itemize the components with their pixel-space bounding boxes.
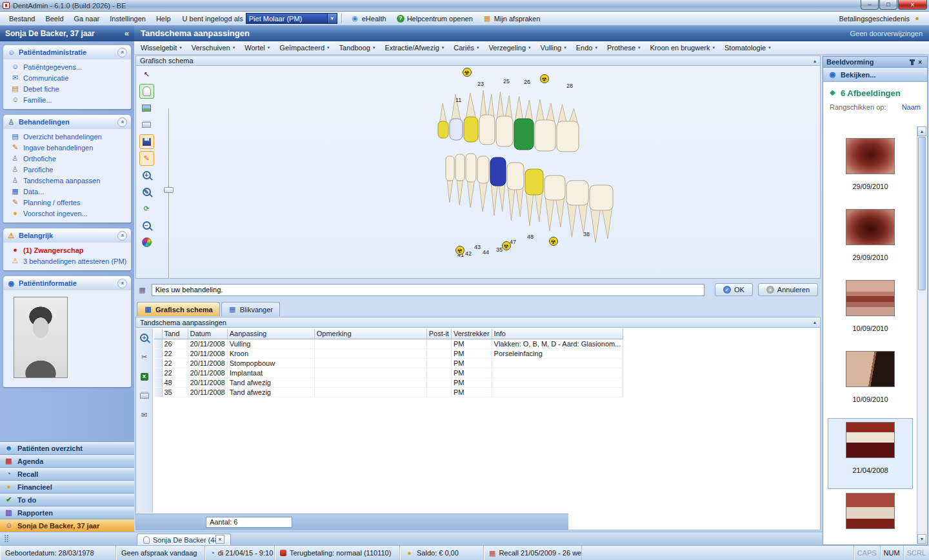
table-row[interactable]: 2220/11/2008KroonPMPorseleinfacing [154,348,623,358]
tooth-shape[interactable] [566,181,588,205]
sidebar-item-debet-fiche[interactable]: ▤Debet fiche [5,83,130,94]
menubar-button-mijn-afspraken[interactable]: ▦Mijn afspraken [478,12,546,25]
collapse-panel-button[interactable]: « [117,117,127,127]
tooth-shape[interactable] [464,117,478,142]
tab-blikvanger[interactable]: ▦Blikvanger [221,302,280,316]
menubar-button-ehealth[interactable]: ◉eHealth [346,12,392,25]
toolbar-menu-verschuiven[interactable]: Verschuiven▾ [192,44,235,52]
column-header-post-it[interactable]: Post-it [426,329,451,339]
tooth-shape[interactable] [479,115,495,145]
tool-refresh-button[interactable]: ⟳ [139,201,154,216]
row-selector[interactable] [154,368,162,377]
view-images-button[interactable]: ◉ Bekijken... [823,68,927,82]
thumbnail-image[interactable] [846,351,895,387]
dock-icon[interactable]: ▦ [138,286,146,294]
panel-header-belangrijk[interactable]: ⚠Belangrijk« [3,228,131,243]
table-tool-search-button[interactable]: + [137,331,151,345]
sidebar-item-planning-offertes[interactable]: ✎Planning / offertes [5,197,130,208]
tooth-shape[interactable] [455,154,464,181]
sidebar-item-3-behandelingen-attesteren-pm[interactable]: ⚠3 behandelingen attesteren (PM) [5,255,130,266]
thumbnail[interactable]: 10/09/2010 [828,276,913,347]
tool-palette-button[interactable] [139,235,154,250]
teeth-3d-view[interactable]: 23252628113848474443424135☢☢☢☢☢ [155,66,823,279]
menu-beeld[interactable]: Beeld [40,13,68,25]
tooth-shape[interactable] [438,121,448,138]
minimize-button[interactable]: – [861,0,879,10]
tooth-shape[interactable] [590,185,613,210]
tool-zoom-pencil-button[interactable]: ✎ [139,185,154,199]
menu-bestand[interactable]: Bestand [4,13,40,25]
nav-button-sonja-de-backer-37-jaar[interactable]: ☺Sonja De Backer, 37 jaar [0,519,134,532]
tool-toothblob-button[interactable] [139,84,154,99]
thumbnail[interactable]: 29/09/2010 [828,205,913,276]
toolbar-menu-stomatologie[interactable]: Stomatologie▾ [724,44,771,52]
tooth-shape[interactable] [507,163,524,190]
sidebar-item-orthofiche[interactable]: ♙Orthofiche [5,153,130,164]
sidebar-item-ingave-behandelingen[interactable]: ✎Ingave behandelingen [5,142,130,153]
thumbnail[interactable]: 21/04/2008 [828,418,913,489]
table-tool-print-button[interactable] [137,389,151,403]
treatment-input[interactable] [152,284,704,296]
table-row[interactable]: 3520/11/2008Tand afwezigPM [154,387,623,397]
thumbnail-scrollbar[interactable]: ▲ ▼ [917,126,926,544]
panel-header-pati-ntadministratie[interactable]: ☺Patiëntadministratie« [3,45,131,59]
thumbnail[interactable] [828,489,913,544]
tool-image-button[interactable] [139,101,154,115]
close-tab-button[interactable]: × [215,535,225,544]
ok-button[interactable]: ✓ OK [715,283,753,296]
table-tool-excel-button[interactable]: X [137,370,151,383]
panel-header-pati-ntinformatie[interactable]: ◉Patiëntinformatie« [3,276,131,290]
collapse-panel-button[interactable]: « [117,48,127,57]
thumbnail-image[interactable] [846,493,895,529]
thumbnail-image[interactable] [846,209,895,245]
table-row[interactable]: 2220/11/2008StompopbouwPM [154,358,623,368]
tool-zoom-out-button[interactable]: − [139,218,154,233]
table-tool-cut-button[interactable]: ✂ [137,350,151,364]
tooth-shape[interactable] [496,116,513,146]
tooth-shape[interactable] [514,119,534,150]
table-row[interactable]: 2620/11/2008VullingPMVlakken: O, B, M, D… [154,339,623,348]
column-header-datum[interactable]: Datum [188,329,227,339]
tool-cursor-button[interactable]: ↖ [139,67,154,82]
table-row[interactable]: 2220/11/2008ImplantaatPM [154,368,623,377]
toolbar-menu-verzegeling[interactable]: Verzegeling▾ [489,44,531,52]
tab-grafisch-schema[interactable]: ▦Grafisch schema [137,302,220,316]
nav-button-recall[interactable]: ◔Recall [0,467,134,480]
table-tool-mail-button[interactable]: ✉ [137,408,151,422]
tool-tooth-edit-button[interactable]: ✎ [139,151,154,166]
collapse-panel-button[interactable]: « [117,279,127,288]
toolbar-menu-prothese[interactable]: Prothese▾ [607,44,641,52]
menu-instellingen[interactable]: Instellingen [105,13,151,25]
tooth-shape[interactable] [525,169,543,195]
scrollbar-track[interactable] [917,136,926,534]
toolbar-menu-endo[interactable]: Endo▾ [576,44,597,52]
column-header-info[interactable]: Info [492,329,623,339]
cancel-button[interactable]: × Annuleren [758,283,818,296]
sidebar-item-overzicht-behandelingen[interactable]: ▤Overzicht behandelingen [5,131,130,142]
tooth-shape[interactable] [557,121,579,152]
sort-by-name-link[interactable]: Naam [902,103,921,111]
toolbar-menu-kroon-en-brugwerk[interactable]: Kroon en brugwerk▾ [650,44,715,52]
toolbar-menu-tandboog[interactable]: Tandboog▾ [339,44,375,52]
payment-history-button[interactable]: Betalingsgeschiedenis ● [839,14,925,23]
menubar-button-helpcentrum-openen[interactable]: ?Helpcentrum openen [392,12,478,25]
sidebar-item-familie[interactable]: ☺Familie... [5,94,130,105]
row-selector[interactable] [154,387,162,397]
nav-button-financieel[interactable]: ●Financieel [0,480,134,493]
column-header-aanpassing[interactable]: Aanpassing [227,329,314,339]
pin-icon[interactable] [911,59,914,65]
toolbar-menu-wortel[interactable]: Wortel▾ [245,44,270,52]
close-button[interactable]: × [898,0,927,10]
collapse-panel-icon[interactable]: ▴ [814,58,816,64]
nav-button-agenda[interactable]: ▦Agenda [0,454,134,467]
user-select[interactable]: Piet Molaar (PM) ▾ [246,13,337,24]
column-header-opmerking[interactable]: Opmerking [314,329,426,339]
toolbar-menu-vulling[interactable]: Vulling▾ [541,44,566,52]
collapse-sidebar-button[interactable]: « [125,28,129,38]
thumbnail-image[interactable] [846,422,895,458]
panel-header-behandelingen[interactable]: ♙Behandelingen« [3,115,131,129]
row-selector[interactable] [154,348,162,358]
sidebar-item-1-zwangerschap[interactable]: ●(1) Zwangerschap [5,245,130,255]
row-selector[interactable] [154,339,162,348]
nav-button-to-do[interactable]: ✔To do [0,493,134,506]
